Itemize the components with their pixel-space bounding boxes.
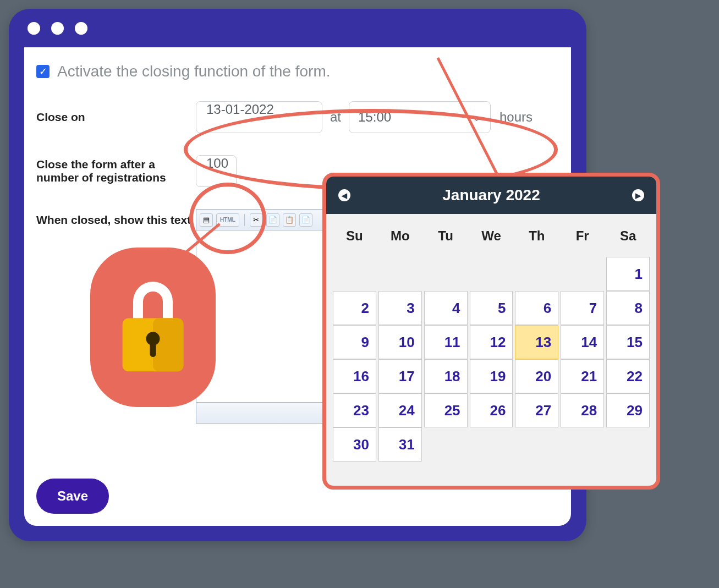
calendar-day[interactable]: 27 xyxy=(515,393,558,427)
calendar-day[interactable]: 12 xyxy=(470,325,513,359)
calendar-grid: SuMoTuWeThFrSa 1234567891011121314151617… xyxy=(326,214,656,470)
calendar-empty-cell xyxy=(515,257,558,291)
at-word: at xyxy=(330,109,341,125)
registrations-input[interactable]: 100 xyxy=(196,155,237,187)
calendar-day[interactable]: 17 xyxy=(378,359,422,393)
calendar-empty-cell xyxy=(424,257,468,291)
calendar-day[interactable]: 1 xyxy=(606,257,650,291)
calendar-day[interactable]: 24 xyxy=(378,393,422,427)
calendar-day[interactable]: 30 xyxy=(333,427,376,461)
calendar-day[interactable]: 5 xyxy=(470,291,513,325)
calendar-day[interactable]: 20 xyxy=(515,359,558,393)
calendar-day[interactable]: 22 xyxy=(606,359,650,393)
calendar-empty-cell xyxy=(470,427,513,461)
calendar-dayname: Mo xyxy=(378,221,422,257)
calendar-day[interactable]: 31 xyxy=(378,427,422,461)
closed-text-label: When closed, show this text xyxy=(36,209,196,227)
source-icon[interactable]: ▤ xyxy=(200,213,213,227)
calendar-day[interactable]: 13 xyxy=(515,325,558,359)
calendar-title: January 2022 xyxy=(442,186,540,204)
calendar-day[interactable]: 25 xyxy=(424,393,468,427)
calendar-dayname: Th xyxy=(515,221,558,257)
close-on-row: Close on 13-01-2022 at 15:00 ⌄ hours xyxy=(36,101,559,133)
calendar-day[interactable]: 19 xyxy=(470,359,513,393)
calendar-day[interactable]: 15 xyxy=(606,325,650,359)
calendar-day[interactable]: 10 xyxy=(378,325,422,359)
copy-icon[interactable]: 📄 xyxy=(266,213,279,227)
calendar-prev-icon[interactable]: ◀ xyxy=(338,189,350,201)
calendar-empty-cell xyxy=(606,427,650,461)
close-on-label: Close on xyxy=(36,111,196,124)
window-dot xyxy=(51,22,64,35)
close-date-input[interactable]: 13-01-2022 xyxy=(196,101,322,133)
save-button[interactable]: Save xyxy=(36,479,109,514)
calendar-day[interactable]: 16 xyxy=(333,359,376,393)
calendar-day[interactable]: 18 xyxy=(424,359,468,393)
calendar-day[interactable]: 14 xyxy=(561,325,604,359)
svg-rect-3 xyxy=(150,342,156,357)
calendar-dayname: Fr xyxy=(561,221,604,257)
calendar-dayname: Tu xyxy=(424,221,468,257)
calendar-day[interactable]: 8 xyxy=(606,291,650,325)
calendar-day[interactable]: 7 xyxy=(561,291,604,325)
calendar-empty-cell xyxy=(561,427,604,461)
titlebar xyxy=(9,9,586,47)
paste-text-icon[interactable]: 📋 xyxy=(283,213,296,227)
lock-badge xyxy=(90,248,216,407)
activate-checkbox[interactable]: ✓ xyxy=(36,65,50,78)
toolbar-separator xyxy=(244,214,245,226)
close-time-value: 15:00 xyxy=(358,109,391,125)
calendar-day[interactable]: 29 xyxy=(606,393,650,427)
calendar-header: ◀ January 2022 ▶ xyxy=(326,177,656,214)
calendar-empty-cell xyxy=(424,427,468,461)
calendar-day[interactable]: 26 xyxy=(470,393,513,427)
calendar-empty-cell xyxy=(470,257,513,291)
cut-icon[interactable]: ✂ xyxy=(250,213,263,227)
lock-icon xyxy=(114,278,191,377)
calendar-empty-cell xyxy=(378,257,422,291)
calendar-day[interactable]: 3 xyxy=(378,291,422,325)
calendar-day[interactable]: 21 xyxy=(561,359,604,393)
registrations-label: Close the form after a number of registr… xyxy=(36,158,196,184)
calendar-empty-cell xyxy=(333,257,376,291)
calendar-day[interactable]: 6 xyxy=(515,291,558,325)
hours-word: hours xyxy=(500,109,533,125)
calendar-popup: ◀ January 2022 ▶ SuMoTuWeThFrSa 12345678… xyxy=(322,173,660,490)
window-dot xyxy=(75,22,87,35)
chevron-down-icon: ⌄ xyxy=(472,111,481,124)
calendar-empty-cell xyxy=(561,257,604,291)
activate-label: Activate the closing function of the for… xyxy=(57,63,330,80)
calendar-day[interactable]: 2 xyxy=(333,291,376,325)
calendar-dayname: Sa xyxy=(606,221,650,257)
svg-rect-1 xyxy=(153,318,183,371)
activate-row: ✓ Activate the closing function of the f… xyxy=(36,63,559,80)
calendar-empty-cell xyxy=(515,427,558,461)
calendar-day[interactable]: 23 xyxy=(333,393,376,427)
calendar-next-icon[interactable]: ▶ xyxy=(632,189,644,201)
calendar-dayname: Su xyxy=(333,221,376,257)
calendar-day[interactable]: 4 xyxy=(424,291,468,325)
window-dot xyxy=(28,22,40,35)
paste-word-icon[interactable]: 📄 xyxy=(299,213,312,227)
calendar-dayname: We xyxy=(470,221,513,257)
calendar-day[interactable]: 28 xyxy=(561,393,604,427)
calendar-day[interactable]: 9 xyxy=(333,325,376,359)
calendar-day[interactable]: 11 xyxy=(424,325,468,359)
